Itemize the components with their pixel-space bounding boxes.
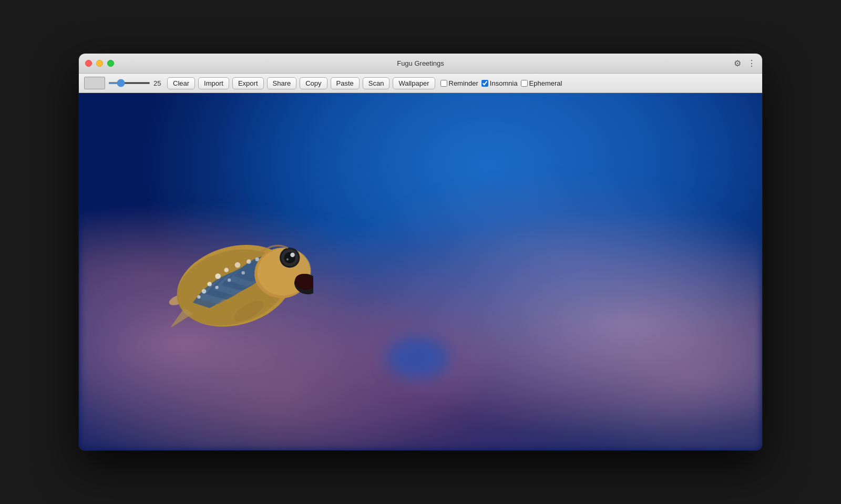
svg-point-8 xyxy=(202,289,207,294)
svg-point-10 xyxy=(228,279,231,282)
svg-point-15 xyxy=(215,286,218,289)
close-button[interactable] xyxy=(85,60,92,67)
clear-button[interactable]: Clear xyxy=(167,77,195,89)
fish-illustration xyxy=(145,198,313,345)
share-button[interactable]: Share xyxy=(267,77,297,89)
slider-value: 25 xyxy=(153,79,164,87)
reminder-text: Reminder xyxy=(449,79,478,87)
svg-point-5 xyxy=(224,268,229,273)
app-window: Fugu Greetings ⚙ ⋮ 25 Clear Import Expor… xyxy=(79,54,762,450)
insomnia-checkbox[interactable] xyxy=(481,80,488,87)
fish-image xyxy=(79,93,762,450)
ephemeral-text: Ephemeral xyxy=(529,79,562,87)
insomnia-text: Insomnia xyxy=(490,79,518,87)
export-button[interactable]: Export xyxy=(232,77,264,89)
maximize-button[interactable] xyxy=(107,60,114,67)
ephemeral-checkbox[interactable] xyxy=(521,80,528,87)
svg-point-7 xyxy=(247,260,251,264)
wallpaper-button[interactable]: Wallpaper xyxy=(393,77,435,89)
minimize-button[interactable] xyxy=(96,60,103,67)
svg-point-14 xyxy=(197,295,200,299)
svg-point-6 xyxy=(235,262,241,268)
scan-button[interactable]: Scan xyxy=(363,77,390,89)
traffic-lights xyxy=(85,60,114,67)
slider-container: 25 xyxy=(108,79,164,87)
svg-point-4 xyxy=(207,282,212,286)
titlebar: Fugu Greetings ⚙ ⋮ xyxy=(79,54,762,74)
svg-point-11 xyxy=(241,271,244,274)
titlebar-right-controls: ⚙ ⋮ xyxy=(734,58,756,68)
checkbox-group: Reminder Insomnia Ephemeral xyxy=(438,79,562,87)
brush-size-slider[interactable] xyxy=(108,82,150,84)
svg-point-3 xyxy=(215,273,221,279)
insomnia-label[interactable]: Insomnia xyxy=(481,79,518,87)
more-options-icon[interactable]: ⋮ xyxy=(747,58,756,68)
reminder-checkbox[interactable] xyxy=(440,80,447,87)
svg-point-22 xyxy=(286,258,289,260)
canvas-area[interactable] xyxy=(79,93,762,450)
import-button[interactable]: Import xyxy=(198,77,229,89)
toolbar: 25 Clear Import Export Share Copy Paste … xyxy=(79,74,762,93)
paste-button[interactable]: Paste xyxy=(331,77,360,89)
svg-point-21 xyxy=(290,253,295,258)
window-title: Fugu Greetings xyxy=(397,59,444,67)
color-swatch[interactable] xyxy=(84,77,105,89)
copy-button[interactable]: Copy xyxy=(300,77,327,89)
reminder-label[interactable]: Reminder xyxy=(440,79,478,87)
ephemeral-label[interactable]: Ephemeral xyxy=(521,79,562,87)
extensions-icon[interactable]: ⚙ xyxy=(734,58,741,68)
